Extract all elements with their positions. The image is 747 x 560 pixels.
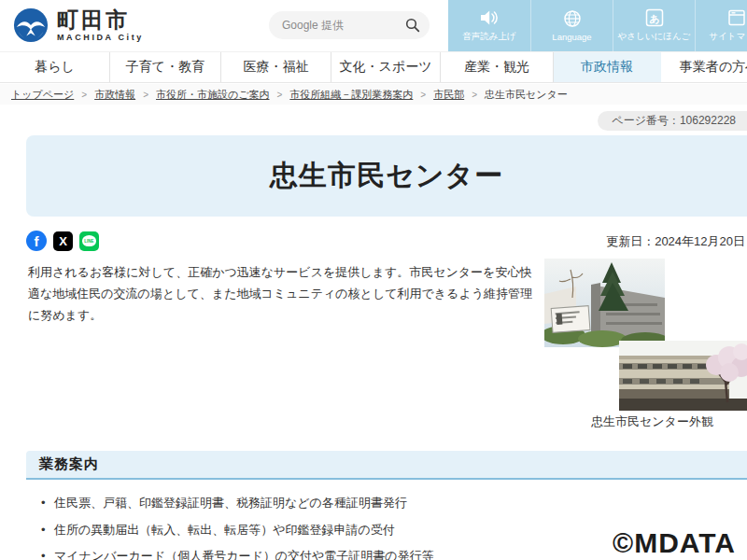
global-nav: 暮らし 子育て・教育 医療・福祉 文化・スポーツ 産業・観光 市政情報 事業者の…: [0, 51, 747, 83]
utility-language-label: Language: [552, 32, 591, 42]
nav-item-sangyo[interactable]: 産業・観光: [441, 52, 554, 82]
utility-easy-japanese-label: やさしいにほんご: [618, 31, 691, 43]
breadcrumb-separator: >: [81, 90, 87, 100]
globe-icon: [563, 9, 582, 28]
business-list: 住民票、戸籍、印鑑登録証明書、税務証明などの各種証明書発行 住所の異動届出（転入…: [28, 495, 551, 560]
page-number-badge: ページ番号：106292228: [598, 111, 747, 131]
facility-photo-sakura: [619, 341, 747, 411]
breadcrumb-link-home[interactable]: トップページ: [11, 88, 74, 102]
speaker-icon: [479, 8, 500, 27]
line-bubble-glyph: LINE: [82, 235, 96, 246]
nav-item-shisei[interactable]: 市政情報: [554, 52, 661, 82]
page-title: 忠生市民センター: [270, 157, 503, 195]
breadcrumb-separator: >: [277, 90, 283, 100]
svg-text:あ: あ: [649, 13, 659, 24]
list-item: 住民票、戸籍、印鑑登録証明書、税務証明などの各種証明書発行: [28, 495, 551, 511]
photo-caption: 忠生市民センター外観: [591, 413, 713, 430]
page-title-banner: 忠生市民センター: [26, 135, 747, 217]
search-input[interactable]: [282, 19, 405, 32]
section-heading-bar: 業務案内: [26, 451, 747, 480]
nav-item-iryo[interactable]: 医療・福祉: [221, 52, 331, 82]
breadcrumb-separator: >: [472, 90, 477, 100]
logo-title: 町田市: [57, 8, 144, 31]
utility-language-button[interactable]: Language: [530, 0, 613, 51]
site-search: [269, 11, 430, 39]
breadcrumb-link-shisei[interactable]: 市政情報: [94, 88, 135, 102]
logo-text: 町田市 MACHIDA City: [57, 8, 144, 41]
section-heading: 業務案内: [39, 455, 99, 473]
facebook-share-icon[interactable]: f: [26, 231, 47, 251]
site-logo[interactable]: 町田市 MACHIDA City: [13, 7, 144, 43]
utility-sitemap-button[interactable]: サイトマップ: [695, 0, 747, 51]
breadcrumb-link-soshiki[interactable]: 市役所組織－課別業務案内: [289, 88, 413, 102]
list-item: マイナンバーカード（個人番号カード）の交付や電子証明書の発行等: [28, 548, 551, 560]
x-share-icon[interactable]: X: [53, 231, 73, 251]
list-item: 住所の異動届出（転入、転出、転居等）や印鑑登録申請の受付: [28, 522, 551, 539]
intro-paragraph: 利用されるお客様に対して、正確かつ迅速なサービスを提供します。市民センターを安心…: [28, 261, 537, 326]
breadcrumb-link-shiyakusho[interactable]: 市役所・市施設のご案内: [156, 88, 270, 102]
line-share-icon[interactable]: LINE: [79, 231, 99, 251]
site-header: 町田市 MACHIDA City 音声読み上げ: [0, 0, 747, 51]
updated-date: 更新日：2024年12月20日: [606, 233, 745, 250]
utility-speech-label: 音声読み上げ: [462, 31, 515, 43]
utility-bar: 音声読み上げ Language あ やさしいにほんご: [448, 0, 747, 51]
search-button[interactable]: [405, 18, 420, 33]
facility-photo-entrance: [544, 259, 665, 347]
machida-city-emblem-icon: [13, 7, 49, 43]
utility-easy-japanese-button[interactable]: あ やさしいにほんご: [613, 0, 695, 51]
social-share-row: f X LINE: [26, 231, 99, 251]
nav-item-bunka[interactable]: 文化・スポーツ: [331, 52, 441, 82]
nav-item-jigyosha[interactable]: 事業者の方へ: [661, 52, 747, 82]
breadcrumb-link-shiminbu[interactable]: 市民部: [433, 88, 464, 102]
breadcrumb-current: 忠生市民センター: [485, 88, 568, 102]
logo-subtitle: MACHIDA City: [57, 33, 144, 42]
breadcrumb: トップページ > 市政情報 > 市役所・市施設のご案内 > 市役所組織－課別業務…: [0, 84, 747, 105]
page: 町田市 MACHIDA City 音声読み上げ: [0, 0, 747, 560]
utility-speech-button[interactable]: 音声読み上げ: [448, 0, 530, 51]
search-icon: [405, 18, 420, 33]
breadcrumb-separator: >: [143, 90, 148, 100]
watermark: ©MDATA: [613, 527, 736, 559]
sitemap-icon: [727, 8, 746, 27]
hiragana-a-icon: あ: [645, 8, 664, 27]
breadcrumb-separator: >: [420, 90, 426, 100]
utility-sitemap-label: サイトマップ: [709, 31, 747, 43]
nav-item-kurashi[interactable]: 暮らし: [0, 52, 110, 82]
nav-item-kosodate[interactable]: 子育て・教育: [110, 52, 221, 82]
